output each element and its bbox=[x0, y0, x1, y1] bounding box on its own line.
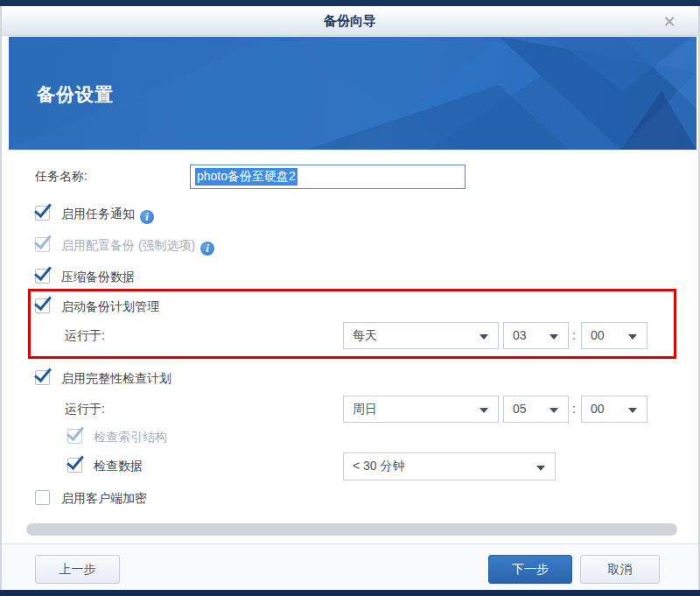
backup-wizard-dialog: 备份向导 ✕ 备份设置 任务名称: photo备份至硬盘2 bbox=[0, 6, 700, 590]
integrity-run-at-label: 运行于: bbox=[65, 402, 105, 417]
notify-info-icon[interactable]: i bbox=[140, 210, 154, 224]
back-button[interactable]: 上一步 bbox=[35, 555, 120, 584]
cancel-button[interactable]: 取消 bbox=[580, 555, 660, 584]
integrity-day-dropdown[interactable]: 周日 bbox=[343, 396, 499, 423]
backup-day-dropdown[interactable]: 每天 bbox=[343, 322, 499, 349]
chevron-down-icon bbox=[480, 334, 488, 340]
integrity-checkbox[interactable] bbox=[35, 370, 50, 385]
check-index-checkbox bbox=[67, 429, 82, 444]
horizontal-scrollbar[interactable] bbox=[26, 523, 677, 536]
chevron-down-icon bbox=[550, 408, 558, 413]
backup-schedule-label: 启动备份计划管理 bbox=[61, 299, 159, 315]
chevron-down-icon bbox=[480, 408, 488, 413]
chevron-down-icon bbox=[628, 334, 637, 340]
config-backup-checkbox bbox=[35, 237, 50, 252]
wizard-footer: 上一步 下一步 取消 bbox=[2, 543, 698, 590]
notify-label: 启用任务通知i bbox=[61, 207, 154, 224]
check-data-duration-dropdown[interactable]: < 30 分钟 bbox=[343, 452, 556, 480]
chevron-down-icon bbox=[628, 408, 637, 413]
check-data-checkbox[interactable] bbox=[67, 458, 82, 473]
bottom-navy-strip bbox=[0, 590, 700, 596]
backup-schedule-checkbox[interactable] bbox=[35, 298, 50, 313]
integrity-label: 启用完整性检查计划 bbox=[61, 371, 172, 387]
backup-minute-dropdown[interactable]: 00 bbox=[581, 322, 648, 349]
encryption-label: 启用客户端加密 bbox=[61, 491, 147, 507]
notify-checkbox[interactable] bbox=[35, 206, 50, 221]
integrity-minute-dropdown[interactable]: 00 bbox=[581, 396, 648, 423]
task-name-label: 任务名称: bbox=[35, 169, 88, 185]
encryption-checkbox[interactable] bbox=[35, 490, 50, 505]
top-navy-strip bbox=[0, 0, 700, 6]
task-name-input[interactable]: photo备份至硬盘2 bbox=[190, 165, 466, 189]
backup-run-at-label: 运行于: bbox=[65, 328, 105, 344]
chevron-down-icon bbox=[550, 334, 558, 340]
screen: 备份向导 ✕ 备份设置 任务名称: photo备份至硬盘2 bbox=[0, 0, 700, 596]
compress-label: 压缩备份数据 bbox=[61, 270, 135, 285]
integrity-hour-dropdown[interactable]: 05 bbox=[503, 396, 569, 423]
task-name-selected-text: photo备份至硬盘2 bbox=[195, 168, 298, 186]
page-title: 备份设置 bbox=[37, 82, 114, 107]
compress-checkbox[interactable] bbox=[35, 269, 50, 284]
chevron-down-icon bbox=[536, 466, 545, 471]
backup-hour-dropdown[interactable]: 03 bbox=[503, 322, 569, 349]
check-index-label: 检查索引结构 bbox=[94, 430, 167, 445]
time-colon: : bbox=[572, 328, 576, 342]
time-colon: : bbox=[572, 402, 576, 416]
config-backup-info-icon[interactable]: i bbox=[200, 242, 214, 256]
next-button[interactable]: 下一步 bbox=[488, 555, 572, 584]
check-data-label: 检查数据 bbox=[94, 459, 143, 474]
config-backup-label: 启用配置备份 (强制选项)i bbox=[61, 238, 214, 256]
